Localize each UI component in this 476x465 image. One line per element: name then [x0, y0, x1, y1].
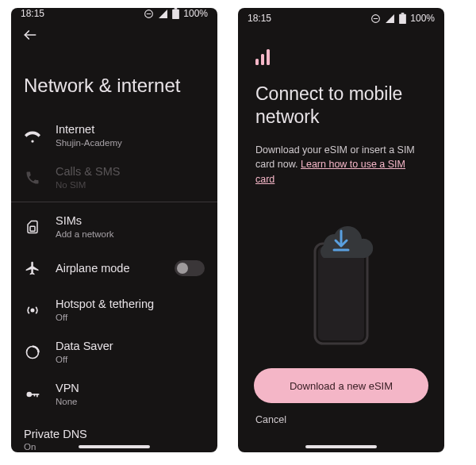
- settings-network-screen: 18:15 100% Network & internet Internet S…: [11, 8, 217, 452]
- row-title: Data Saver: [56, 340, 205, 352]
- row-sub: Add a network: [56, 229, 205, 239]
- status-right: 100%: [144, 8, 208, 19]
- status-right: 100%: [370, 13, 435, 24]
- battery-pct: 100%: [183, 8, 208, 19]
- battery-icon: [172, 8, 179, 19]
- row-title: VPN: [56, 382, 205, 394]
- svg-rect-18: [267, 49, 270, 65]
- svg-rect-3: [172, 10, 179, 19]
- row-airplane-mode[interactable]: Airplane mode: [11, 248, 217, 289]
- airplane-icon: [24, 260, 41, 276]
- row-sims[interactable]: SIMs Add a network: [11, 206, 217, 248]
- data-saver-icon: [24, 344, 41, 360]
- settings-list: Internet Shujin-Academy Calls & SMS No S…: [11, 114, 217, 452]
- connect-mobile-screen: 18:15 100% Connect to mobile network Dow…: [238, 8, 444, 452]
- primary-cta-label: Download a new eSIM: [290, 380, 393, 392]
- signal-icon: [385, 13, 395, 24]
- row-sub: None: [56, 397, 205, 406]
- row-sub: Shujin-Academy: [56, 138, 205, 148]
- nav-home-pill[interactable]: [305, 445, 377, 448]
- svg-point-8: [27, 391, 33, 397]
- divider: [11, 202, 217, 202]
- status-bar: 18:15 100%: [11, 8, 217, 19]
- page-title: Network & internet: [11, 46, 217, 114]
- battery-pct: 100%: [410, 13, 435, 24]
- nav-home-pill[interactable]: [79, 445, 150, 448]
- row-title: SIMs: [56, 214, 205, 227]
- row-data-saver[interactable]: Data Saver Off: [11, 331, 217, 373]
- sim-card-icon: [24, 220, 41, 234]
- status-time: 18:15: [21, 8, 44, 19]
- battery-icon: [399, 13, 406, 24]
- row-vpn[interactable]: VPN None: [11, 373, 217, 415]
- svg-rect-11: [34, 394, 36, 396]
- svg-rect-20: [318, 247, 364, 340]
- row-hotspot[interactable]: Hotspot & tethering Off: [11, 289, 217, 331]
- signal-bars-icon: [255, 48, 427, 68]
- svg-rect-14: [401, 13, 405, 14]
- svg-rect-16: [255, 59, 259, 65]
- svg-rect-10: [36, 394, 38, 397]
- row-title: Internet: [56, 123, 205, 136]
- row-sub: Off: [56, 355, 205, 364]
- do-not-disturb-icon: [144, 9, 154, 19]
- wifi-icon: [24, 128, 41, 144]
- do-not-disturb-icon: [370, 13, 381, 24]
- airplane-switch[interactable]: [175, 260, 205, 276]
- phone-sms-icon: [24, 170, 41, 186]
- svg-rect-17: [261, 54, 264, 65]
- page-title: Connect to mobile network: [255, 83, 427, 129]
- hotspot-icon: [24, 302, 41, 318]
- download-esim-button[interactable]: Download a new eSIM: [254, 368, 428, 403]
- svg-rect-5: [30, 226, 35, 231]
- row-sub: No SIM: [56, 180, 205, 190]
- row-sub: Off: [56, 313, 205, 322]
- row-calls-sms: Calls & SMS No SIM: [11, 156, 217, 198]
- row-internet[interactable]: Internet Shujin-Academy: [11, 114, 217, 156]
- svg-rect-2: [175, 8, 178, 10]
- row-title: Hotspot & tethering: [56, 298, 205, 310]
- back-button[interactable]: [11, 19, 217, 46]
- arrow-back-icon: [22, 27, 38, 43]
- status-bar: 18:15 100%: [238, 8, 444, 29]
- status-time: 18:15: [248, 13, 271, 24]
- signal-icon: [158, 9, 168, 19]
- row-title: Calls & SMS: [56, 165, 205, 178]
- svg-rect-15: [399, 14, 406, 24]
- body-text: Download your eSIM or insert a SIM card …: [255, 143, 427, 187]
- vpn-key-icon: [24, 386, 41, 402]
- row-title: Airplane mode: [56, 262, 160, 275]
- svg-point-6: [31, 309, 33, 311]
- esim-illustration: [255, 194, 427, 368]
- row-private-dns[interactable]: Private DNS: [11, 420, 217, 440]
- svg-rect-9: [31, 394, 39, 395]
